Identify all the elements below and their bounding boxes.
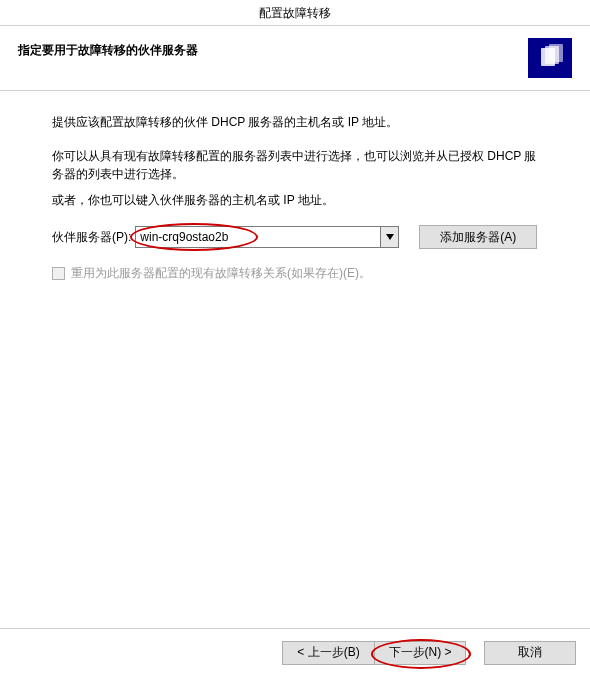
partner-server-combobox[interactable] <box>135 226 399 248</box>
page-heading: 指定要用于故障转移的伙伴服务器 <box>18 42 198 59</box>
reuse-checkbox-row: 重用为此服务器配置的现有故障转移关系(如果存在)(E)。 <box>52 265 546 282</box>
next-button[interactable]: 下一步(N) > <box>374 641 466 665</box>
add-server-button[interactable]: 添加服务器(A) <box>419 225 537 249</box>
instruction-text-1: 提供应该配置故障转移的伙伴 DHCP 服务器的主机名或 IP 地址。 <box>52 113 546 131</box>
dhcp-icon <box>528 38 572 78</box>
cancel-button[interactable]: 取消 <box>484 641 576 665</box>
instruction-text-2: 你可以从具有现有故障转移配置的服务器列表中进行选择，也可以浏览并从已授权 DHC… <box>52 147 546 183</box>
svg-rect-2 <box>549 44 563 62</box>
dropdown-arrow-icon[interactable] <box>380 227 398 247</box>
partner-server-row: 伙伴服务器(P): 添加服务器(A) <box>52 225 546 249</box>
reuse-checkbox <box>52 267 65 280</box>
add-server-button-label: 添加服务器(A) <box>440 229 516 246</box>
back-button-label: < 上一步(B) <box>297 644 359 661</box>
back-button[interactable]: < 上一步(B) <box>282 641 374 665</box>
wizard-footer: < 上一步(B) 下一步(N) > 取消 <box>0 628 590 676</box>
window-title-bar: 配置故障转移 <box>0 0 590 26</box>
partner-server-label: 伙伴服务器(P): <box>52 229 131 246</box>
nav-button-group: < 上一步(B) 下一步(N) > <box>282 641 466 665</box>
wizard-body: 提供应该配置故障转移的伙伴 DHCP 服务器的主机名或 IP 地址。 你可以从具… <box>0 91 590 628</box>
next-button-label: 下一步(N) > <box>389 644 452 661</box>
instruction-text-3: 或者，你也可以键入伙伴服务器的主机名或 IP 地址。 <box>52 191 546 209</box>
reuse-checkbox-label: 重用为此服务器配置的现有故障转移关系(如果存在)(E)。 <box>71 265 371 282</box>
cancel-button-label: 取消 <box>518 644 542 661</box>
wizard-header: 指定要用于故障转移的伙伴服务器 <box>0 26 590 91</box>
window-title: 配置故障转移 <box>259 6 331 20</box>
partner-server-input[interactable] <box>136 227 380 247</box>
